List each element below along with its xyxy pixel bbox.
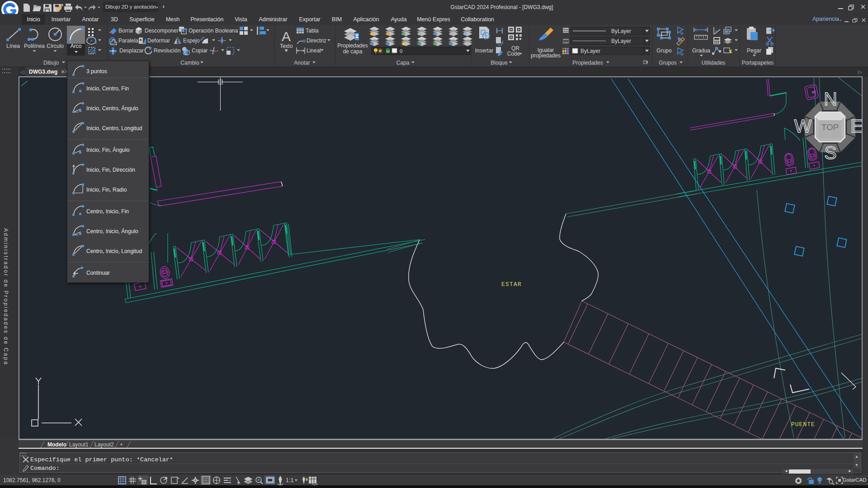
- svg-text:PUENTE: PUENTE: [791, 421, 815, 428]
- svg-text:Círculo: Círculo: [47, 43, 64, 49]
- svg-text:A: A: [282, 29, 291, 44]
- svg-text:Deformar: Deformar: [147, 38, 170, 44]
- svg-text:propiedades: propiedades: [531, 52, 561, 59]
- svg-text:+: +: [120, 441, 123, 448]
- svg-text:Polilínea: Polilínea: [24, 43, 45, 49]
- svg-text:Pegar: Pegar: [747, 47, 761, 54]
- svg-text:Propiedades: Propiedades: [572, 60, 603, 66]
- svg-text:Revolución: Revolución: [154, 47, 180, 54]
- svg-text:Borrar: Borrar: [118, 28, 133, 34]
- svg-text:Línea: Línea: [6, 43, 20, 49]
- svg-text:Portapapeles: Portapapeles: [742, 60, 774, 66]
- svg-text:Code: Code: [507, 51, 520, 57]
- svg-text:1:1: 1:1: [286, 477, 293, 483]
- svg-text:Cambio: Cambio: [180, 60, 199, 66]
- svg-text:0: 0: [400, 48, 402, 54]
- svg-text:Lineal: Lineal: [307, 47, 321, 54]
- svg-text:S: S: [824, 142, 836, 163]
- svg-text:ByLayer: ByLayer: [611, 38, 631, 44]
- svg-text:Dibujo: Dibujo: [43, 60, 59, 66]
- svg-text:Layout2: Layout2: [94, 441, 114, 448]
- svg-text:Bloque: Bloque: [491, 60, 508, 66]
- svg-text:Utilidades: Utilidades: [702, 60, 726, 66]
- svg-text:Espejo: Espejo: [183, 38, 200, 44]
- svg-text:Directriz: Directriz: [307, 38, 326, 44]
- svg-text:N: N: [824, 89, 837, 109]
- svg-text:Texto: Texto: [280, 43, 293, 49]
- svg-text:Paralela: Paralela: [118, 38, 138, 44]
- svg-text:Gradua: Gradua: [692, 47, 710, 54]
- svg-text:Anotar: Anotar: [294, 60, 310, 66]
- svg-text:Grupo: Grupo: [656, 47, 672, 54]
- svg-text:Tabla: Tabla: [306, 28, 319, 34]
- svg-text:TOP: TOP: [821, 122, 839, 132]
- svg-text:W: W: [794, 116, 812, 136]
- svg-text:Descomponer: Descomponer: [145, 28, 179, 34]
- svg-text:Propiedades: Propiedades: [337, 42, 368, 49]
- svg-text:Modelo: Modelo: [47, 441, 66, 448]
- svg-text:de capa: de capa: [343, 48, 363, 55]
- svg-text:ByLayer: ByLayer: [580, 48, 600, 54]
- svg-text:Operación Booleana: Operación Booleana: [189, 28, 238, 34]
- svg-text:Copiar: Copiar: [192, 47, 208, 54]
- svg-text:Arco: Arco: [71, 43, 82, 49]
- svg-text:ByLayer: ByLayer: [611, 28, 631, 34]
- svg-text:Insertar: Insertar: [475, 47, 494, 54]
- svg-text:ESTAR: ESTAR: [501, 281, 522, 288]
- svg-text:Grupos: Grupos: [659, 60, 676, 66]
- svg-text:Layout1: Layout1: [69, 441, 89, 448]
- svg-text:E: E: [850, 116, 862, 136]
- svg-text:Desplazar: Desplazar: [119, 47, 144, 54]
- svg-text:Capa: Capa: [396, 60, 410, 66]
